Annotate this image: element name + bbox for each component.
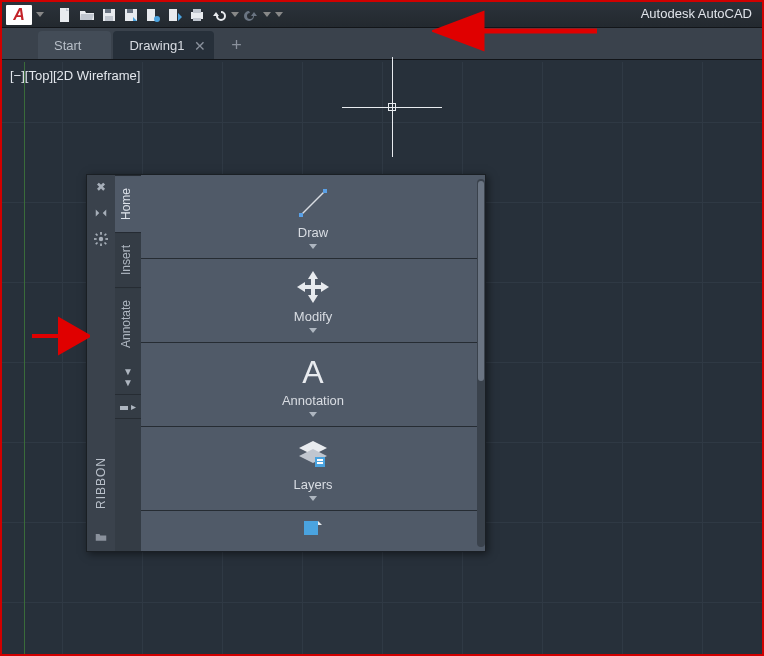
viewport-controls[interactable]: [−][Top][2D Wireframe] bbox=[10, 68, 140, 83]
annotation-arrow-left bbox=[30, 314, 90, 358]
layers-icon bbox=[295, 437, 331, 473]
new-tab-button[interactable]: + bbox=[224, 33, 248, 57]
panel-annotation-label: Annotation bbox=[282, 393, 344, 408]
save-as-button[interactable] bbox=[120, 5, 142, 25]
ribbon-tabs-collapse-icon[interactable]: ▸ bbox=[115, 395, 141, 419]
close-tab-button[interactable]: ✕ bbox=[194, 38, 206, 54]
palette-folder-icon[interactable] bbox=[93, 529, 109, 545]
panel-modify[interactable]: Modify bbox=[141, 259, 485, 343]
svg-rect-35 bbox=[317, 459, 323, 461]
panel-modify-expander-icon[interactable] bbox=[309, 328, 317, 333]
svg-rect-10 bbox=[191, 12, 203, 19]
app-title: Autodesk AutoCAD bbox=[641, 6, 752, 21]
ribbon-panel-body: Draw Modify A Annotation Layers bbox=[141, 175, 485, 551]
svg-marker-42 bbox=[60, 320, 88, 352]
svg-point-8 bbox=[154, 16, 160, 22]
palette-rail: ✖ RIBBON bbox=[87, 175, 115, 551]
svg-rect-11 bbox=[193, 9, 201, 13]
panel-annotation[interactable]: A Annotation bbox=[141, 343, 485, 427]
plot-button[interactable] bbox=[186, 5, 208, 25]
document-tab-bar: Start Drawing1 ✕ + bbox=[2, 28, 762, 60]
svg-line-19 bbox=[105, 243, 107, 245]
svg-rect-23 bbox=[299, 213, 303, 217]
ribbon-tab-home[interactable]: Home bbox=[115, 175, 141, 232]
panel-draw-expander-icon[interactable] bbox=[309, 244, 317, 249]
svg-rect-12 bbox=[193, 18, 201, 21]
panel-layers-label: Layers bbox=[293, 477, 332, 492]
quick-access-toolbar bbox=[54, 5, 286, 25]
svg-rect-9 bbox=[169, 9, 177, 21]
svg-rect-7 bbox=[147, 9, 155, 21]
svg-marker-38 bbox=[318, 521, 322, 525]
svg-rect-3 bbox=[105, 9, 111, 13]
svg-rect-4 bbox=[105, 16, 113, 21]
scrollbar-thumb[interactable] bbox=[478, 181, 484, 381]
open-button[interactable] bbox=[76, 5, 98, 25]
ribbon-tabs: Home Insert Annotate ▼▼ ▸ bbox=[115, 175, 141, 551]
palette-title: RIBBON bbox=[94, 457, 108, 509]
palette-settings-icon[interactable] bbox=[93, 231, 109, 247]
redo-button[interactable] bbox=[240, 5, 262, 25]
panel-layers[interactable]: Layers bbox=[141, 427, 485, 511]
svg-rect-36 bbox=[317, 462, 323, 464]
move-icon bbox=[295, 269, 331, 305]
tab-start[interactable]: Start bbox=[38, 31, 111, 59]
panel-modify-label: Modify bbox=[294, 309, 332, 324]
svg-line-21 bbox=[105, 234, 107, 236]
tab-drawing1-label: Drawing1 bbox=[129, 38, 184, 53]
svg-rect-6 bbox=[127, 9, 133, 13]
ribbon-tab-annotate[interactable]: Annotate bbox=[115, 287, 141, 360]
ucs-y-axis bbox=[24, 62, 25, 654]
ribbon-palette: ✖ RIBBON Home Insert Annotate ▼▼ ▸ Draw bbox=[86, 174, 486, 552]
app-menu-dropdown-icon[interactable] bbox=[36, 12, 44, 17]
ribbon-tab-insert[interactable]: Insert bbox=[115, 232, 141, 287]
undo-dropdown-icon[interactable] bbox=[230, 5, 240, 25]
undo-button[interactable] bbox=[208, 5, 230, 25]
ribbon-tabs-more-icon[interactable]: ▼▼ bbox=[115, 360, 141, 395]
tab-start-label: Start bbox=[54, 38, 81, 53]
panel-annotation-expander-icon[interactable] bbox=[309, 412, 317, 417]
save-web-button[interactable] bbox=[164, 5, 186, 25]
open-web-button[interactable] bbox=[142, 5, 164, 25]
save-button[interactable] bbox=[98, 5, 120, 25]
text-icon: A bbox=[295, 353, 331, 389]
qat-customize-dropdown-icon[interactable] bbox=[272, 5, 286, 25]
tab-drawing1[interactable]: Drawing1 ✕ bbox=[113, 31, 214, 59]
svg-rect-24 bbox=[323, 189, 327, 193]
panel-scrollbar[interactable] bbox=[477, 179, 485, 547]
panel-draw[interactable]: Draw bbox=[141, 175, 485, 259]
palette-close-icon[interactable]: ✖ bbox=[93, 179, 109, 195]
panel-draw-label: Draw bbox=[298, 225, 328, 240]
redo-dropdown-icon[interactable] bbox=[262, 5, 272, 25]
block-icon bbox=[302, 517, 324, 539]
svg-rect-37 bbox=[304, 521, 318, 535]
svg-line-22 bbox=[301, 191, 325, 215]
svg-line-20 bbox=[96, 243, 98, 245]
svg-rect-30 bbox=[303, 285, 323, 289]
svg-text:A: A bbox=[302, 354, 324, 389]
svg-point-13 bbox=[99, 237, 103, 241]
svg-line-18 bbox=[96, 234, 98, 236]
line-icon bbox=[295, 185, 331, 221]
title-bar: A Autodesk AutoCAD bbox=[2, 2, 762, 28]
app-menu-button[interactable]: A bbox=[6, 5, 32, 25]
palette-dock-icon[interactable] bbox=[93, 205, 109, 221]
panel-next[interactable] bbox=[141, 511, 485, 545]
svg-marker-40 bbox=[437, 14, 482, 48]
panel-layers-expander-icon[interactable] bbox=[309, 496, 317, 501]
new-button[interactable] bbox=[54, 5, 76, 25]
annotation-arrow-top bbox=[432, 6, 602, 56]
